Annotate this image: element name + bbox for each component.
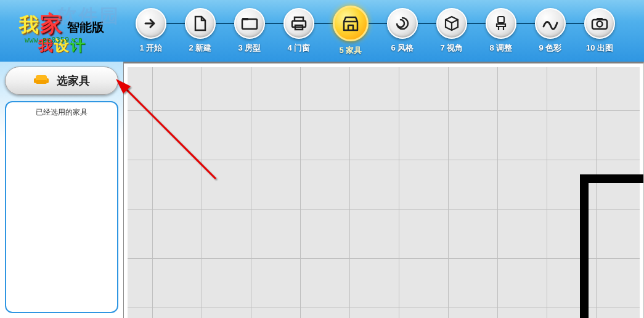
step-label: 7 视角: [441, 43, 463, 54]
step-label: 3 房型: [238, 43, 261, 54]
step-label: 2 新建: [189, 43, 212, 54]
step-label: 1 开始: [140, 43, 163, 54]
main-area: 选家具 已经选用的家具: [0, 62, 644, 318]
arrow-icon: [136, 8, 166, 39]
step-7[interactable]: 7 视角: [436, 8, 467, 54]
sidebar: 选家具 已经选用的家具: [0, 62, 123, 318]
step-connector: [418, 23, 436, 24]
step-1[interactable]: 1 开始: [136, 8, 166, 54]
svg-rect-8: [597, 18, 603, 20]
watermark-url: www.pc0359.cn: [25, 36, 83, 44]
step-navigation: 1 开始2 新建3 房型4 门窗5 家具6 风格7 视角8 调整9 色彩10 出…: [123, 0, 615, 62]
printer-icon: [283, 8, 314, 39]
watermark-text: 软件园: [58, 4, 121, 29]
chair-icon: [486, 8, 516, 39]
step-label: 8 调整: [490, 43, 513, 54]
room-wall-left[interactable]: [580, 174, 589, 318]
step-8[interactable]: 8 调整: [486, 8, 516, 54]
step-2[interactable]: 2 新建: [185, 8, 216, 54]
svg-rect-3: [292, 21, 306, 27]
step-6[interactable]: 6 风格: [387, 8, 418, 54]
step-connector: [516, 23, 535, 24]
svg-rect-5: [498, 17, 504, 23]
app-logo: 软件园 我 家 智能版 我 设 计 www.pc0359.cn: [0, 0, 123, 62]
step-label: 6 风格: [391, 43, 414, 54]
step-label: 4 门窗: [288, 43, 311, 54]
step-5[interactable]: 5 家具: [333, 6, 369, 56]
step-label: 9 色彩: [539, 43, 562, 54]
svg-rect-0: [242, 19, 257, 29]
folder-icon: [234, 8, 265, 39]
design-canvas[interactable]: [123, 62, 644, 318]
step-9[interactable]: 9 色彩: [535, 8, 566, 54]
step-connector: [467, 23, 486, 24]
swirl-icon: [387, 8, 418, 39]
step-connector: [166, 23, 185, 24]
sofa-icon: [33, 73, 49, 89]
step-3[interactable]: 3 房型: [234, 8, 265, 54]
room-wall-top[interactable]: [580, 174, 644, 183]
cube-icon: [436, 8, 467, 39]
step-connector: [566, 23, 584, 24]
wave-icon: [535, 8, 566, 39]
step-4[interactable]: 4 门窗: [283, 8, 314, 54]
svg-point-7: [597, 22, 603, 27]
svg-rect-1: [242, 18, 248, 20]
step-10[interactable]: 10 出图: [584, 8, 615, 54]
selected-panel-title: 已经选用的家具: [36, 107, 88, 118]
select-furniture-label: 选家具: [57, 73, 90, 88]
svg-rect-12: [36, 80, 47, 84]
file-icon: [185, 8, 216, 39]
camera-icon: [584, 8, 615, 39]
select-furniture-button[interactable]: 选家具: [5, 67, 118, 95]
selected-furniture-panel: 已经选用的家具: [5, 101, 118, 313]
shop-icon: [333, 6, 369, 41]
step-label: 5 家具: [340, 45, 362, 56]
step-label: 10 出图: [586, 43, 613, 54]
step-connector: [369, 23, 387, 24]
step-connector: [265, 23, 283, 24]
step-connector: [216, 23, 234, 24]
grid-background: [128, 67, 640, 318]
step-connector: [314, 23, 333, 24]
top-toolbar: 软件园 我 家 智能版 我 设 计 www.pc0359.cn 1 开始2 新建…: [0, 0, 644, 62]
